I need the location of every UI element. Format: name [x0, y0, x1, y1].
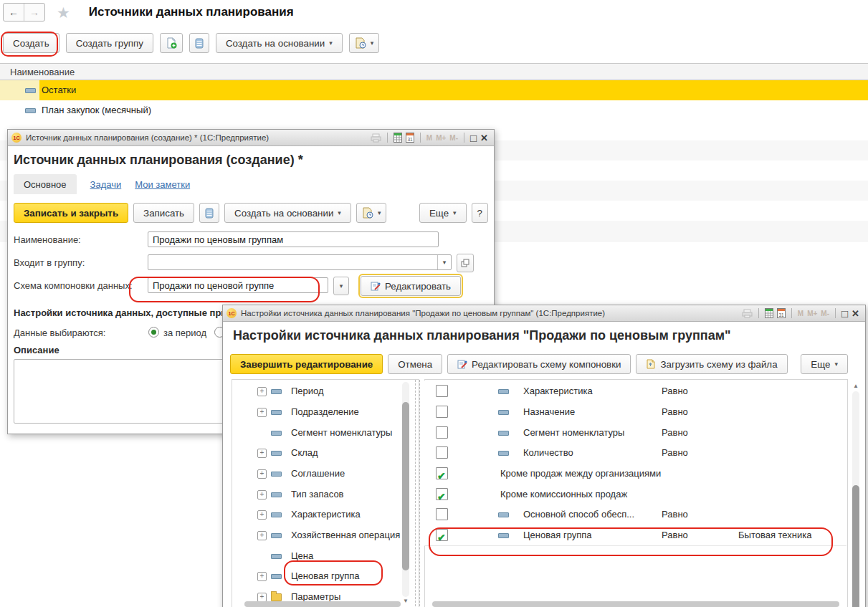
expand-icon[interactable] [257, 449, 267, 458]
separator [758, 308, 759, 318]
checkbox-unchecked[interactable] [436, 406, 448, 418]
forward-button[interactable]: → [24, 4, 44, 21]
calculator-icon[interactable] [394, 133, 402, 143]
dimension-icon [498, 410, 509, 415]
radio-za-period-label: за период [163, 328, 206, 338]
memory-icon[interactable]: M [798, 310, 803, 317]
filters-vertical-scrollbar[interactable] [852, 391, 859, 607]
create-button[interactable]: Создать [3, 33, 59, 53]
scrollbar-thumb[interactable] [402, 402, 409, 570]
dialog2-titlebar[interactable]: 1С Настройки источника данных планирован… [223, 305, 865, 322]
memory-plus-icon[interactable]: M+ [807, 310, 817, 317]
expand-icon[interactable] [257, 490, 267, 500]
create-based-on-button[interactable]: Создать на основании [216, 33, 343, 53]
expand-icon[interactable] [257, 387, 267, 396]
calendar-icon[interactable]: 31 [406, 133, 414, 143]
list-column-header[interactable]: Наименование [0, 63, 868, 80]
filter-row-krome-prodazh[interactable]: Кроме продаж между организациями [424, 463, 846, 484]
finish-editing-button[interactable]: Завершить редактирование [230, 354, 383, 374]
name-input[interactable]: Продажи по ценовым группам [148, 231, 439, 247]
group-combo-input[interactable] [148, 254, 452, 270]
tree-horizontal-scrollbar[interactable] [244, 601, 401, 607]
description-label: Описание [14, 345, 59, 355]
help-button[interactable]: ? [472, 203, 488, 223]
report-button[interactable] [356, 203, 387, 223]
dialog1-titlebar[interactable]: 1С Источник данных планирования (создани… [8, 130, 494, 146]
more-button[interactable]: Еще [801, 354, 848, 374]
back-button[interactable]: ← [4, 4, 24, 21]
memory-plus-icon[interactable]: M+ [436, 134, 446, 142]
checkbox-unchecked[interactable] [436, 426, 448, 439]
tab-main[interactable]: Основное [14, 174, 77, 194]
filter-row-cenovaya-gruppa[interactable]: Ценовая группа Равно Бытовая техника [424, 525, 846, 546]
checkbox-unchecked[interactable] [436, 446, 448, 459]
filter-row-segment[interactable]: Сегмент номенклатуры Равно [424, 422, 846, 444]
dialog1-command-bar: Записать и закрыть Записать Создать на о… [14, 203, 488, 223]
close-icon[interactable] [480, 133, 488, 143]
checkbox-unchecked[interactable] [436, 508, 448, 520]
more-button[interactable]: Еще [419, 203, 467, 223]
calculator-icon[interactable] [765, 308, 773, 318]
expand-icon[interactable] [257, 572, 267, 581]
scrollbar-thumb[interactable] [852, 485, 859, 607]
checkbox-checked[interactable] [436, 488, 448, 500]
dialog1-title: Источник данных планирования (создание) … [26, 133, 269, 142]
open-group-button[interactable] [457, 254, 474, 272]
chevron-down-icon [834, 360, 838, 368]
expand-icon[interactable] [257, 531, 267, 540]
expand-icon[interactable] [257, 510, 267, 520]
save-button[interactable]: Записать [133, 203, 194, 223]
checkbox-checked[interactable] [436, 467, 448, 479]
history-list-button[interactable] [189, 33, 209, 53]
main-toolbar: Создать Создать группу Создать на основа… [0, 32, 868, 54]
maximize-icon[interactable] [470, 132, 477, 144]
copy-item-button[interactable] [160, 33, 183, 53]
expand-icon[interactable] [257, 469, 267, 479]
combo-dropdown-icon[interactable] [437, 255, 451, 269]
schema-dropdown-button[interactable] [333, 277, 349, 295]
scroll-down-arrow[interactable]: ▼ [402, 598, 409, 604]
edit-composition-schema-button[interactable]: Редактировать схему компоновки [447, 354, 631, 374]
edit-schema-button[interactable]: Редактировать [361, 276, 461, 296]
memory-minus-icon[interactable]: M- [449, 134, 458, 142]
save-and-close-button[interactable]: Записать и закрыть [14, 203, 128, 223]
report-button[interactable] [349, 33, 380, 53]
print-icon[interactable] [742, 309, 753, 318]
create-group-button[interactable]: Создать группу [66, 33, 153, 53]
schema-input[interactable]: Продажи по ценовой группе [148, 277, 328, 293]
filter-row-krome-komissionnyh[interactable]: Кроме комиссионных продаж [424, 484, 846, 505]
panel-splitter[interactable] [419, 380, 420, 607]
panel-splitter[interactable] [415, 380, 416, 607]
tree-item-label: Ценовая группа [291, 565, 360, 586]
filter-row-osnovnoy-sposob[interactable]: Основной способ обесп... Равно [424, 504, 846, 525]
close-icon[interactable] [852, 308, 859, 319]
maximize-icon[interactable] [841, 307, 848, 320]
1c-logo-icon: 1С [11, 133, 22, 143]
filter-row-harakteristika[interactable]: Характеристика Равно [424, 381, 846, 402]
open-in-window-icon [461, 259, 469, 267]
memory-icon[interactable]: M [426, 134, 432, 142]
filter-row-naznachenie[interactable]: Назначение Равно [424, 401, 846, 423]
create-based-on-button[interactable]: Создать на основании [224, 203, 351, 223]
list-row-plan-zakupok[interactable]: План закупок (месячный) [0, 100, 868, 121]
print-icon[interactable] [371, 133, 381, 143]
load-schema-button[interactable]: Загрузить схему из файла [636, 354, 787, 374]
filter-row-kolichestvo[interactable]: Количество Равно [424, 442, 846, 464]
scroll-up-arrow[interactable]: ▲ [852, 383, 859, 389]
tab-tasks[interactable]: Задачи [90, 179, 122, 190]
dimension-icon [498, 389, 509, 394]
history-list-button[interactable] [199, 203, 219, 223]
checkbox-checked[interactable] [436, 529, 448, 541]
filters-horizontal-scrollbar[interactable] [432, 601, 839, 607]
calendar-icon[interactable]: 31 [777, 308, 786, 318]
checkbox-unchecked[interactable] [436, 385, 448, 397]
cancel-button[interactable]: Отмена [388, 354, 442, 374]
tree-vertical-scrollbar[interactable] [402, 382, 409, 597]
list-row-ostatki[interactable]: Остатки [0, 80, 868, 101]
radio-za-period[interactable] [148, 327, 159, 338]
memory-minus-icon[interactable]: M- [821, 310, 829, 317]
expand-icon[interactable] [257, 408, 267, 417]
filter-condition: Равно [662, 525, 688, 545]
favorite-star-icon[interactable] [57, 5, 70, 20]
tab-notes[interactable]: Мои заметки [135, 179, 190, 190]
